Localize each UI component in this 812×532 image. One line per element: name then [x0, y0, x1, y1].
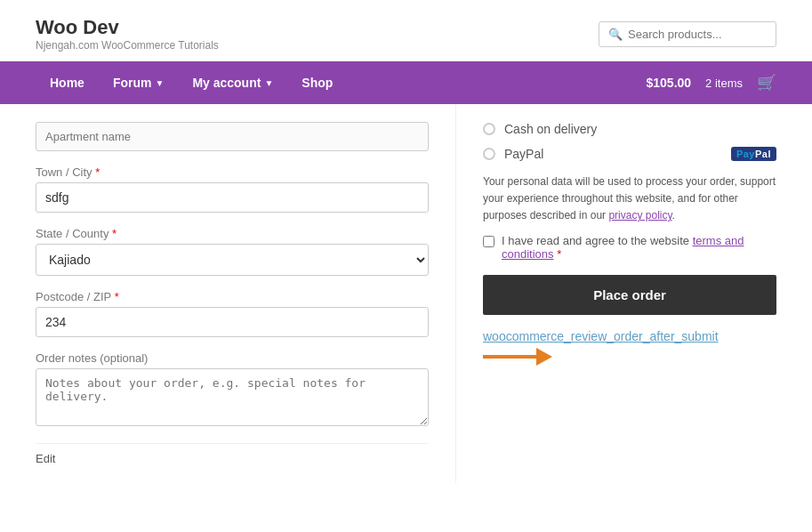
cart-count: 2 items [705, 77, 743, 90]
chevron-down-icon: ▼ [264, 78, 273, 88]
search-icon: 🔍 [608, 28, 623, 41]
site-subtitle: Njengah.com WooCommerce Tutorials [36, 39, 219, 52]
site-title: Woo Dev [36, 16, 219, 39]
notes-textarea[interactable] [36, 368, 429, 426]
paypal-badge: PayPal [731, 147, 776, 161]
zip-group: Postcode / ZIP * [36, 290, 429, 337]
state-group: State / County * Kajiado [36, 227, 429, 276]
cart-icon[interactable]: 🛒 [757, 73, 776, 93]
nav-right: $105.00 2 items 🛒 [646, 73, 776, 93]
terms-checkbox[interactable] [483, 236, 494, 247]
hook-link[interactable]: woocommerce_review_order_after_submit [483, 329, 719, 343]
radio-cash[interactable] [483, 123, 495, 135]
apartment-input[interactable] [36, 122, 429, 151]
town-group: Town / City * [36, 165, 429, 213]
nav-item-forum[interactable]: Forum ▼ [99, 61, 178, 104]
privacy-text: Your personal data will be used to proce… [483, 173, 776, 225]
zip-required: * [115, 290, 119, 303]
order-review: Cash on delivery PayPal PayPal Your pers… [456, 104, 776, 483]
terms-row: I have read and agree to the website ter… [483, 234, 776, 261]
nav-item-shop[interactable]: Shop [287, 61, 347, 104]
cart-total: $105.00 [646, 76, 691, 90]
town-input[interactable] [36, 182, 429, 213]
zip-input[interactable] [36, 307, 429, 337]
terms-required: * [557, 247, 561, 261]
nav-left: Home Forum ▼ My account ▼ Shop [36, 61, 646, 104]
hook-label-container: woocommerce_review_order_after_submit [483, 327, 776, 366]
main-nav: Home Forum ▼ My account ▼ Shop $105.00 2… [0, 61, 812, 104]
notes-label: Order notes (optional) [36, 351, 429, 365]
billing-form: Town / City * State / County * Kajiado P… [36, 104, 456, 483]
payment-cash-label: Cash on delivery [504, 122, 597, 136]
divider [36, 443, 429, 444]
privacy-policy-link[interactable]: privacy policy [608, 209, 671, 222]
payment-option-paypal[interactable]: PayPal PayPal [483, 147, 776, 161]
search-box[interactable]: 🔍 [599, 21, 776, 47]
zip-label: Postcode / ZIP * [36, 290, 429, 303]
state-select[interactable]: Kajiado [36, 244, 429, 276]
search-input[interactable] [628, 28, 767, 41]
edit-link[interactable]: Edit [36, 452, 55, 465]
payment-paypal-label: PayPal [504, 147, 543, 161]
notes-group: Order notes (optional) [36, 351, 429, 429]
nav-item-my-account[interactable]: My account ▼ [178, 61, 287, 104]
site-header: Woo Dev Njengah.com WooCommerce Tutorial… [0, 0, 812, 61]
town-label: Town / City * [36, 165, 429, 179]
nav-item-home[interactable]: Home [36, 61, 99, 104]
state-label: State / County * [36, 227, 429, 240]
payment-option-cash[interactable]: Cash on delivery [483, 122, 776, 136]
arrow-indicator [483, 348, 776, 366]
state-required: * [112, 227, 117, 240]
chevron-down-icon: ▼ [155, 78, 164, 88]
arrow-shaft [483, 355, 536, 359]
apartment-group [36, 122, 429, 151]
main-content: Town / City * State / County * Kajiado P… [0, 104, 812, 483]
site-branding: Woo Dev Njengah.com WooCommerce Tutorial… [36, 16, 219, 52]
place-order-button[interactable]: Place order [483, 275, 776, 315]
radio-paypal[interactable] [483, 148, 495, 160]
arrow-head-icon [536, 348, 552, 366]
town-required: * [95, 165, 100, 179]
